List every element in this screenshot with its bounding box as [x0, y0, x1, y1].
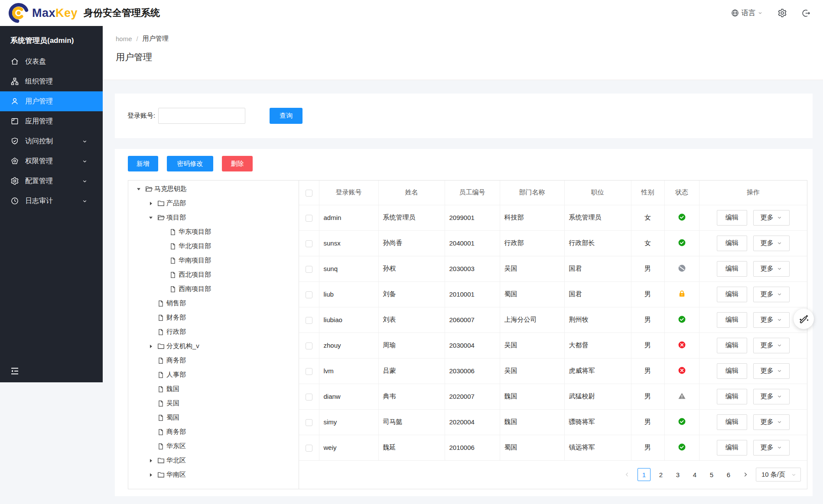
cell-gender: 女: [631, 205, 664, 230]
caret-down-icon[interactable]: [133, 185, 144, 194]
caret-right-icon[interactable]: [145, 456, 156, 465]
row-checkbox[interactable]: [306, 240, 312, 247]
sidebar-item-dashboard[interactable]: 仪表盘: [0, 52, 103, 71]
chevron-down-icon: [777, 394, 782, 399]
edit-button[interactable]: 编辑: [717, 312, 747, 328]
tree-node[interactable]: 财务部: [128, 310, 299, 325]
tree-node[interactable]: 华北区: [128, 453, 299, 468]
tree-node[interactable]: 销售部: [128, 296, 299, 310]
row-checkbox[interactable]: [306, 394, 312, 401]
tree-node[interactable]: 华北项目部: [128, 239, 299, 253]
tree-node[interactable]: 马克思钥匙: [128, 182, 299, 196]
more-button[interactable]: 更多: [753, 389, 790, 404]
sidebar-item-label: 应用管理: [25, 117, 53, 126]
row-checkbox[interactable]: [306, 215, 312, 222]
main-content: home / 用户管理 用户管理 登录账号: 查询 新增 密码修改 删除 马克思…: [103, 26, 823, 504]
sidebar-item-config[interactable]: 配置管理: [0, 171, 103, 191]
edit-button[interactable]: 编辑: [717, 261, 747, 277]
more-button[interactable]: 更多: [753, 287, 790, 302]
cell-position: 大都督: [564, 333, 631, 358]
row-checkbox[interactable]: [306, 342, 312, 349]
query-button[interactable]: 查询: [270, 108, 303, 124]
more-button[interactable]: 更多: [753, 210, 790, 226]
tree-node[interactable]: 蜀国: [128, 410, 299, 425]
sidebar-item-audit[interactable]: 日志审计: [0, 191, 103, 211]
select-all-checkbox[interactable]: [306, 190, 312, 197]
tree-node[interactable]: 华东区: [128, 439, 299, 453]
tree-node[interactable]: 项目部: [128, 210, 299, 225]
change-password-button[interactable]: 密码修改: [167, 156, 213, 171]
tree-node[interactable]: 商务部: [128, 353, 299, 368]
login-account-input[interactable]: [158, 108, 245, 124]
menu-fold-icon[interactable]: [10, 366, 20, 376]
tree-node[interactable]: 商务部: [128, 425, 299, 439]
caret-right-icon[interactable]: [145, 471, 156, 479]
magic-wand-button[interactable]: [794, 309, 814, 329]
tree-node[interactable]: 西北项目部: [128, 268, 299, 282]
settings-gear-icon[interactable]: [777, 8, 787, 18]
tree-node[interactable]: 西南项目部: [128, 282, 299, 296]
edit-button[interactable]: 编辑: [717, 414, 747, 430]
sidebar-item-applications[interactable]: 应用管理: [0, 111, 103, 131]
table-row: sunq孙权2030003吴国国君男编辑更多: [299, 256, 807, 281]
column-header: 操作: [699, 181, 807, 205]
add-button[interactable]: 新增: [128, 156, 158, 171]
row-checkbox[interactable]: [306, 291, 312, 298]
cell-employee-no: 2030004: [445, 333, 500, 358]
page-button-5[interactable]: 5: [705, 468, 718, 481]
row-checkbox[interactable]: [306, 368, 312, 375]
row-checkbox[interactable]: [306, 445, 312, 452]
page-button-6[interactable]: 6: [722, 468, 735, 481]
more-button[interactable]: 更多: [753, 338, 790, 353]
tree-node[interactable]: 华东项目部: [128, 225, 299, 239]
sidebar-item-access[interactable]: 访问控制: [0, 131, 103, 151]
tree-node[interactable]: 华南区: [128, 468, 299, 482]
more-button[interactable]: 更多: [753, 312, 790, 328]
edit-button[interactable]: 编辑: [717, 338, 747, 353]
row-checkbox[interactable]: [306, 266, 312, 273]
language-menu[interactable]: 语言: [731, 9, 763, 18]
more-button[interactable]: 更多: [753, 363, 790, 379]
table-row: lvm吕蒙2030006吴国虎威将军男编辑更多: [299, 358, 807, 384]
cell-position: 行政部长: [564, 230, 631, 256]
page-size-select[interactable]: 10 条/页: [756, 468, 801, 481]
page-button-4[interactable]: 4: [688, 468, 701, 481]
row-checkbox[interactable]: [306, 317, 312, 324]
page-button-3[interactable]: 3: [671, 468, 684, 481]
edit-button[interactable]: 编辑: [717, 363, 747, 379]
cell-login: zhouy: [319, 333, 378, 358]
caret-right-icon[interactable]: [145, 199, 156, 208]
tree-node[interactable]: 吴国: [128, 396, 299, 410]
logout-icon[interactable]: [802, 9, 811, 18]
tree-node[interactable]: 华南项目部: [128, 253, 299, 268]
tree-node[interactable]: 魏国: [128, 382, 299, 396]
edit-button[interactable]: 编辑: [717, 287, 747, 302]
breadcrumb-home[interactable]: home: [116, 35, 132, 42]
edit-button[interactable]: 编辑: [717, 440, 747, 456]
cell-name: 魏延: [378, 435, 445, 460]
edit-button[interactable]: 编辑: [717, 236, 747, 251]
tree-node-label: 蜀国: [166, 414, 179, 422]
prev-page-button[interactable]: [621, 468, 634, 481]
more-button[interactable]: 更多: [753, 440, 790, 456]
edit-button[interactable]: 编辑: [717, 210, 747, 226]
tree-node[interactable]: 产品部: [128, 196, 299, 210]
page-button-1[interactable]: 1: [638, 468, 651, 481]
more-button[interactable]: 更多: [753, 261, 790, 277]
tree-node[interactable]: 行政部: [128, 325, 299, 339]
caret-down-icon[interactable]: [145, 213, 156, 222]
sidebar-item-users[interactable]: 用户管理: [0, 91, 103, 111]
edit-button[interactable]: 编辑: [717, 389, 747, 404]
next-page-button[interactable]: [739, 468, 752, 481]
tree-node[interactable]: 人事部: [128, 368, 299, 382]
page-button-2[interactable]: 2: [654, 468, 667, 481]
cell-department: 吴国: [500, 256, 564, 281]
more-button[interactable]: 更多: [753, 414, 790, 430]
row-checkbox[interactable]: [306, 419, 312, 426]
tree-node[interactable]: 分支机构_v: [128, 339, 299, 353]
sidebar-item-organization[interactable]: 组织管理: [0, 71, 103, 91]
sidebar-item-permissions[interactable]: 权限管理: [0, 151, 103, 171]
more-button[interactable]: 更多: [753, 236, 790, 251]
delete-button[interactable]: 删除: [222, 156, 253, 171]
caret-right-icon[interactable]: [145, 342, 156, 351]
